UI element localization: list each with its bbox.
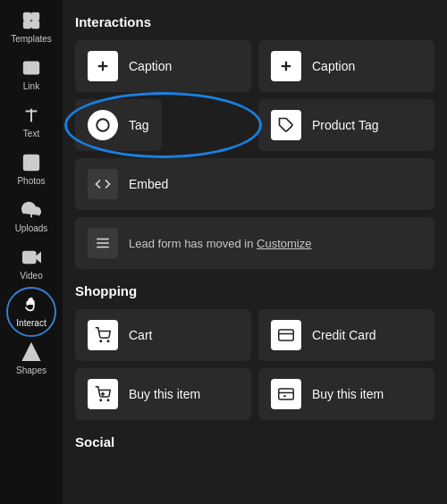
uploads-icon bbox=[21, 200, 41, 220]
lead-form-text: Lead form has moved in Customize bbox=[129, 237, 312, 250]
cart-label: Cart bbox=[129, 328, 152, 342]
caption-icon-2 bbox=[271, 51, 301, 81]
templates-icon bbox=[21, 11, 41, 30]
product-tag-icon bbox=[271, 110, 301, 140]
lead-form-notice: Lead form has moved in Customize bbox=[75, 217, 434, 269]
svg-point-23 bbox=[107, 340, 109, 342]
interact-icon bbox=[21, 295, 41, 315]
sidebar-label-photos: Photos bbox=[17, 176, 45, 186]
shapes-icon bbox=[21, 342, 41, 362]
svg-rect-2 bbox=[24, 21, 30, 28]
sidebar-label-link: Link bbox=[23, 81, 39, 91]
embed-label: Embed bbox=[129, 177, 168, 191]
svg-point-8 bbox=[27, 158, 30, 161]
sidebar-label-video: Video bbox=[20, 271, 42, 281]
caption-label-2: Caption bbox=[312, 59, 355, 73]
svg-rect-10 bbox=[23, 252, 36, 264]
text-icon bbox=[21, 105, 41, 125]
svg-rect-3 bbox=[32, 21, 38, 28]
sidebar-item-uploads[interactable]: Uploads bbox=[0, 193, 63, 240]
buy-item-icon-2 bbox=[271, 379, 301, 409]
buy-item-button-2[interactable]: Buy this item bbox=[258, 368, 434, 420]
main-panel: Interactions Caption Caption bbox=[63, 0, 447, 504]
svg-point-22 bbox=[100, 340, 102, 342]
lead-form-icon bbox=[88, 228, 118, 258]
social-heading: Social bbox=[75, 434, 434, 449]
svg-rect-24 bbox=[279, 330, 294, 340]
embed-icon bbox=[88, 169, 118, 199]
tag-highlight: Tag bbox=[75, 99, 251, 151]
sidebar-item-photos[interactable]: Photos bbox=[0, 146, 63, 193]
buy-item-label-2: Buy this item bbox=[312, 387, 384, 401]
photos-icon bbox=[21, 153, 41, 172]
link-icon bbox=[21, 58, 41, 78]
caption-button-1[interactable]: Caption bbox=[75, 40, 251, 92]
buy-item-icon-1 bbox=[88, 379, 118, 409]
sidebar-item-templates[interactable]: Templates bbox=[0, 4, 63, 51]
product-tag-label: Product Tag bbox=[312, 118, 378, 132]
svg-marker-12 bbox=[23, 344, 39, 360]
credit-card-label: Credit Card bbox=[312, 328, 376, 342]
sidebar-item-shapes[interactable]: Shapes bbox=[0, 335, 63, 382]
svg-rect-30 bbox=[279, 389, 294, 399]
shopping-row-2: Buy this item Buy this item bbox=[75, 368, 434, 420]
shopping-heading: Shopping bbox=[75, 283, 434, 298]
interactions-row-1: Caption Caption bbox=[75, 40, 434, 92]
sidebar-label-templates: Templates bbox=[11, 34, 52, 44]
svg-rect-1 bbox=[32, 13, 38, 20]
buy-item-label-1: Buy this item bbox=[129, 387, 200, 401]
cart-button[interactable]: Cart bbox=[75, 309, 251, 361]
sidebar-label-uploads: Uploads bbox=[15, 223, 48, 233]
shopping-row-1: Cart Credit Card bbox=[75, 309, 434, 361]
interactions-heading: Interactions bbox=[75, 14, 434, 29]
svg-point-26 bbox=[100, 399, 102, 401]
sidebar-label-text: Text bbox=[23, 129, 39, 139]
sidebar-label-interact: Interact bbox=[16, 318, 46, 328]
product-tag-button[interactable]: Product Tag bbox=[258, 99, 434, 151]
buy-item-button-1[interactable]: Buy this item bbox=[75, 368, 251, 420]
sidebar-label-shapes: Shapes bbox=[16, 365, 46, 375]
interactions-row-3: Embed bbox=[75, 158, 434, 210]
svg-point-27 bbox=[107, 399, 109, 401]
customize-link[interactable]: Customize bbox=[257, 237, 311, 250]
tag-icon bbox=[88, 110, 118, 140]
embed-button[interactable]: Embed bbox=[75, 158, 434, 210]
cart-icon bbox=[88, 320, 118, 350]
sidebar-item-link[interactable]: Link bbox=[0, 51, 63, 98]
svg-point-17 bbox=[97, 119, 109, 131]
credit-card-button[interactable]: Credit Card bbox=[258, 309, 434, 361]
tag-label: Tag bbox=[129, 118, 149, 132]
sidebar-item-video[interactable]: Video bbox=[0, 240, 63, 288]
tag-button[interactable]: Tag bbox=[75, 99, 162, 151]
credit-card-icon bbox=[271, 320, 301, 350]
interactions-row-2: Tag Product Tag bbox=[75, 99, 434, 151]
caption-icon-1 bbox=[88, 51, 118, 81]
sidebar: Templates Link Text Photos bbox=[0, 0, 63, 504]
sidebar-item-interact[interactable]: Interact bbox=[0, 288, 63, 335]
caption-button-2[interactable]: Caption bbox=[258, 40, 434, 92]
video-icon bbox=[21, 248, 41, 267]
sidebar-item-text[interactable]: Text bbox=[0, 98, 63, 146]
caption-label-1: Caption bbox=[129, 59, 172, 73]
svg-rect-0 bbox=[24, 13, 30, 20]
